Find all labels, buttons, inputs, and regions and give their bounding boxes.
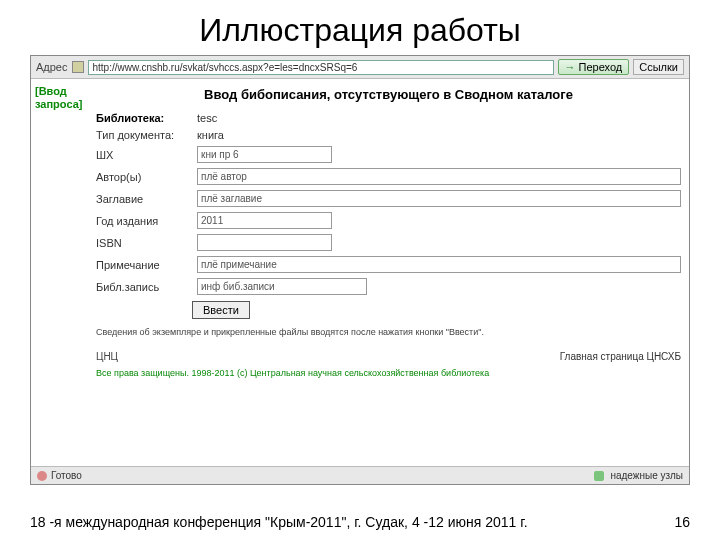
page-icon bbox=[72, 61, 84, 73]
address-toolbar: Адрес http://www.cnshb.ru/svkat/svhccs.a… bbox=[31, 56, 689, 79]
row-isbn: ISBN bbox=[96, 234, 681, 251]
input-isbn[interactable] bbox=[197, 234, 332, 251]
label-library: Библиотека: bbox=[96, 112, 191, 124]
page-content: [Ввод запроса] Ввод бибописания, отсутст… bbox=[31, 79, 689, 467]
url-input[interactable]: http://www.cnshb.ru/svkat/svhccs.aspx?e=… bbox=[88, 60, 554, 75]
status-left: Готово bbox=[37, 470, 82, 481]
value-library: tesс bbox=[197, 112, 217, 124]
value-doctype: книга bbox=[197, 129, 224, 141]
submit-row: Ввести bbox=[192, 301, 681, 319]
label-year: Год издания bbox=[96, 215, 191, 227]
row-shx: ШХ bbox=[96, 146, 681, 163]
address-label: Адрес bbox=[36, 61, 68, 73]
links-button[interactable]: Ссылки bbox=[633, 59, 684, 75]
browser-window: Адрес http://www.cnshb.ru/svkat/svhccs.a… bbox=[30, 55, 690, 485]
row-doctype: Тип документа: книга bbox=[96, 129, 681, 141]
label-author: Автор(ы) bbox=[96, 171, 191, 183]
label-note: Примечание bbox=[96, 259, 191, 271]
zone-icon bbox=[594, 471, 604, 481]
footer-left: ЦНЦ bbox=[96, 351, 118, 362]
footer-right-link[interactable]: Главная страница ЦНСХБ bbox=[560, 351, 681, 362]
label-isbn: ISBN bbox=[96, 237, 191, 249]
label-shx: ШХ bbox=[96, 149, 191, 161]
input-author[interactable] bbox=[197, 168, 681, 185]
zone-text: надежные узлы bbox=[610, 470, 683, 481]
form-note: Сведения об экземпляре и прикрепленные ф… bbox=[96, 327, 681, 337]
go-arrow-icon: → bbox=[565, 61, 576, 73]
label-title: Заглавие bbox=[96, 193, 191, 205]
row-title: Заглавие bbox=[96, 190, 681, 207]
status-icon bbox=[37, 471, 47, 481]
input-bibrec[interactable] bbox=[197, 278, 367, 295]
go-button[interactable]: → Переход bbox=[558, 59, 630, 75]
input-title[interactable] bbox=[197, 190, 681, 207]
label-bibrec: Библ.запись bbox=[96, 281, 191, 293]
label-doctype: Тип документа: bbox=[96, 129, 191, 141]
row-year: Год издания bbox=[96, 212, 681, 229]
slide-footer-text: 18 -я международная конференция "Крым-20… bbox=[30, 514, 528, 530]
sidebar-link[interactable]: [Ввод запроса] bbox=[35, 85, 92, 111]
go-label: Переход bbox=[579, 61, 623, 73]
submit-button[interactable]: Ввести bbox=[192, 301, 250, 319]
row-note: Примечание bbox=[96, 256, 681, 273]
slide-page-number: 16 bbox=[654, 514, 690, 530]
browser-statusbar: Готово надежные узлы bbox=[31, 466, 689, 484]
page-footer-links: ЦНЦ Главная страница ЦНСХБ bbox=[96, 351, 681, 362]
slide-title: Иллюстрация работы bbox=[0, 0, 720, 55]
copyright: Все права защищены. 1998-2011 (с) Центра… bbox=[96, 368, 681, 378]
row-library: Библиотека: tesс bbox=[96, 112, 681, 124]
row-author: Автор(ы) bbox=[96, 168, 681, 185]
input-year[interactable] bbox=[197, 212, 332, 229]
row-bibrec: Библ.запись bbox=[96, 278, 681, 295]
input-note[interactable] bbox=[197, 256, 681, 273]
status-right: надежные узлы bbox=[594, 470, 683, 481]
slide-footer: 18 -я международная конференция "Крым-20… bbox=[30, 514, 690, 530]
main-form-area: Ввод бибописания, отсутствующего в Сводн… bbox=[96, 79, 689, 467]
input-shx[interactable] bbox=[197, 146, 332, 163]
form-header: Ввод бибописания, отсутствующего в Сводн… bbox=[96, 87, 681, 102]
sidebar: [Ввод запроса] bbox=[31, 79, 96, 467]
status-text: Готово bbox=[51, 470, 82, 481]
